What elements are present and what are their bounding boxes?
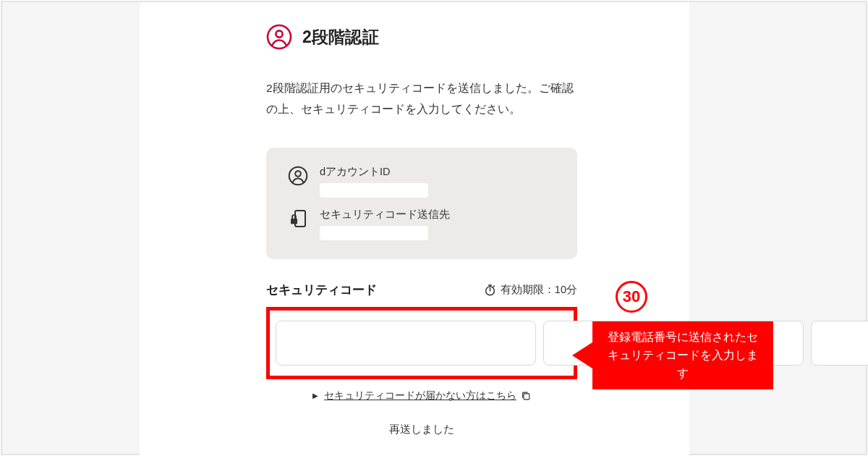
account-id-label: dアカウントID: [320, 165, 556, 179]
account-id-value: [320, 183, 428, 198]
resent-status: 再送しました: [266, 423, 577, 436]
code-expiry-text: 有効期限：10分: [501, 283, 577, 297]
account-id-row: dアカウントID: [288, 165, 556, 198]
code-digit-1[interactable]: [276, 321, 536, 366]
user-circle-icon: [266, 24, 292, 50]
security-code-input-group: [266, 307, 577, 379]
code-not-received-link[interactable]: セキュリティコードが届かない方はこちら: [324, 389, 516, 402]
code-destination-label: セキュリティコード送信先: [320, 208, 556, 221]
phone-lock-icon: [288, 208, 308, 229]
svg-point-3: [295, 171, 301, 177]
page-title: 2段階認証: [302, 26, 379, 48]
triangle-right-icon: ▶: [312, 392, 318, 400]
external-link-icon: [521, 391, 531, 401]
annotation-callout: 30 登録電話番号に送信されたセキュリティコードを入力します: [572, 281, 847, 389]
svg-rect-5: [291, 219, 297, 224]
stopwatch-icon: [484, 284, 496, 296]
svg-rect-7: [524, 394, 529, 400]
code-destination-row: セキュリティコード送信先: [288, 208, 556, 240]
step-number-badge: 30: [616, 281, 647, 313]
code-expiry: 有効期限：10分: [484, 283, 577, 297]
security-code-label: セキュリティコード: [266, 282, 377, 298]
account-info-card: dアカウントID セキュリティコード送信先: [266, 148, 577, 259]
svg-point-1: [276, 30, 282, 37]
annotation-text: 登録電話番号に送信されたセキュリティコードを入力します: [592, 321, 773, 389]
code-help-row: ▶ セキュリティコードが届かない方はこちら: [266, 389, 577, 402]
svg-rect-4: [295, 211, 305, 227]
page-description: 2段階認証用のセキュリティコードを送信しました。ご確認の上、セキュリティコードを…: [266, 77, 577, 120]
left-arrow-icon: [572, 342, 592, 368]
page-heading: 2段階認証: [266, 24, 577, 50]
code-destination-value: [320, 226, 428, 240]
person-icon: [288, 166, 308, 186]
